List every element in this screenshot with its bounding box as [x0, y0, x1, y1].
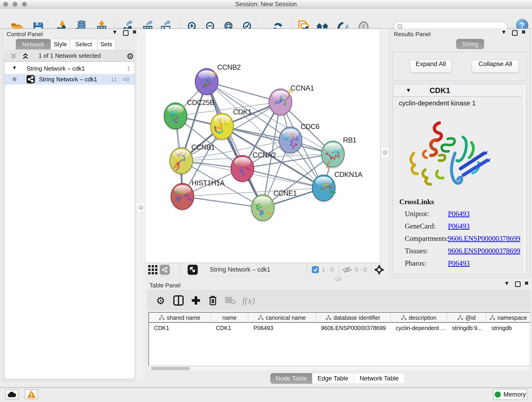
crosslink-pharos-link[interactable]: P06493 [448, 259, 470, 268]
node-label: CDC25B [187, 99, 214, 107]
node-label: RB1 [343, 136, 356, 144]
collection-count: 1 [127, 65, 130, 72]
crosslink-uniprot-link[interactable]: P06493 [448, 210, 470, 218]
table-toolbar: ⚙ f(x) [147, 290, 531, 310]
panel-menu-icon[interactable]: ▼ [110, 29, 119, 35]
gene-description: cyclin-dependent kinase 1 [399, 99, 476, 107]
table-row[interactable]: CDK1 CDK1 P06493 9606.ENSP00000378699 cy… [149, 323, 530, 333]
network-canvas[interactable]: CCNB2CCNA1CDC25BCDK1CDC6RB1CCNB1CCNA2CDK… [145, 29, 380, 263]
network-list-header: 1 of 1 Network selected ⚙ [4, 50, 135, 61]
gene-name: CDK1 [430, 86, 450, 95]
column-header[interactable]: description [391, 313, 447, 323]
panel-close-icon[interactable]: ✖ [522, 280, 531, 287]
left-splitter[interactable] [137, 29, 145, 381]
column-header[interactable]: shared name [149, 313, 211, 323]
tab-style[interactable]: Style [51, 39, 70, 50]
column-header[interactable]: name [211, 313, 249, 323]
network-collection-row[interactable]: ▼ String Network – cdk1 1 [5, 64, 135, 74]
column-header[interactable]: namespace [486, 313, 530, 323]
crosslink-row: GeneCard: P06493 [399, 222, 523, 235]
crosslink-genecard-link[interactable]: P06493 [448, 222, 470, 230]
function-builder-icon: f(x) [242, 294, 255, 307]
selected-checkbox-icon[interactable] [312, 266, 319, 273]
grid-view-icon[interactable] [148, 265, 158, 276]
fit-content-icon[interactable] [374, 265, 384, 276]
main-toolbar: ? [0, 8, 532, 29]
birdseye-view-icon[interactable] [188, 265, 198, 275]
table-options-gear-icon[interactable]: ⚙ [154, 294, 167, 307]
panel-close-icon[interactable]: ✖ [519, 29, 528, 35]
horizontal-scrollbar[interactable] [148, 366, 530, 371]
network-view-toolbar: String Network – cdk1 1 - 0 0 - 0 [145, 263, 380, 276]
crosslink-compartments-link[interactable]: 9606.ENSP00000378699 [448, 235, 520, 243]
protein-structure-image [403, 119, 492, 199]
delete-column-icon[interactable] [206, 294, 219, 307]
string-network-icon [27, 75, 35, 83]
gene-section-header[interactable]: ▼ CDK1 [393, 84, 522, 97]
crosslink-row: Pharos: P06493 [399, 259, 523, 272]
gear-icon[interactable]: ⚙ [127, 51, 134, 61]
network-selection-status: 1 of 1 Network selected [5, 50, 135, 61]
expand-all-button[interactable]: Expand All [410, 60, 452, 73]
tab-string[interactable]: String [456, 39, 484, 49]
node-label: CCNB2 [217, 63, 241, 71]
panel-menu-icon[interactable]: ▼ [502, 280, 511, 287]
warning-icon[interactable] [25, 390, 38, 399]
titlebar: Session: New Session [0, 0, 532, 8]
collapse-all-button[interactable]: Collapse All [472, 60, 519, 73]
table-header-row: shared name name canonical name database… [149, 313, 530, 323]
panel-float-icon[interactable] [121, 30, 130, 37]
zoom-window-button[interactable] [22, 2, 27, 7]
collapse-arrow-icon[interactable]: ▼ [12, 65, 17, 71]
node-table[interactable]: shared name name canonical name database… [148, 312, 530, 366]
column-header[interactable]: canonical name [248, 313, 316, 323]
tab-network[interactable]: Network [16, 39, 51, 50]
panel-menu-icon[interactable]: ▼ [499, 29, 508, 35]
node-label: CCNE1 [273, 189, 297, 197]
node-label: HIST1H1A [191, 179, 225, 187]
node-label: CDK1 [233, 108, 252, 116]
crosslink-row: Tissues: 9606.ENSP00000378699 [399, 247, 523, 259]
crosslink-row: Compartments: 9606.ENSP00000378699 [399, 235, 523, 247]
string-view-icon[interactable] [160, 265, 170, 275]
results-scrollbar[interactable] [522, 84, 526, 274]
tab-node-table[interactable]: Node Table [270, 373, 312, 384]
results-panel: Results Panel ▼ ✖ String Expand All Coll… [389, 29, 530, 277]
node-layer: CCNB2CCNA1CDC25BCDK1CDC6RB1CCNB1CCNA2CDK… [164, 63, 363, 222]
table-panel-title: Table Panel [149, 282, 181, 289]
tab-edge-table[interactable]: Edge Table [312, 373, 354, 384]
control-panel-title: Control Panel [7, 31, 43, 38]
hidden-eye-icon[interactable] [342, 266, 352, 274]
network-row[interactable]: String Network – cdk1 11 48 [5, 74, 135, 85]
node-label: CCNB1 [191, 143, 215, 151]
table-tabs: Node Table Edge Table Network Table [270, 373, 405, 384]
memory-status-dot [495, 391, 501, 398]
right-splitter[interactable] [380, 29, 389, 277]
panel-float-icon[interactable] [510, 30, 519, 37]
panel-float-icon[interactable] [513, 281, 522, 288]
table-panel: Table Panel ▼ ✖ ⚙ f(x) shared name name … [144, 280, 532, 386]
results-content: ▼ CDK1 cyclin-dependent kinase 1 [393, 84, 527, 274]
cloud-icon[interactable] [5, 390, 19, 399]
results-controls: Expand All Collapse All [393, 52, 527, 81]
network-tree: ▼ String Network – cdk1 1 String Network… [4, 61, 135, 379]
collection-label: String Network – cdk1 [27, 65, 85, 72]
crosslinks-title: CrossLinks [399, 198, 523, 206]
memory-button[interactable]: Memory [493, 389, 527, 400]
column-header[interactable]: @id [447, 313, 487, 323]
add-column-icon[interactable] [190, 294, 202, 307]
column-header[interactable]: database identifier [316, 313, 391, 323]
split-table-icon[interactable] [172, 294, 185, 307]
close-window-button[interactable] [3, 2, 8, 7]
results-panel-title: Results Panel [394, 31, 431, 38]
crosslink-tissues-link[interactable]: 9606.ENSP00000378699 [448, 247, 520, 255]
hidden-counts: 0 - 0 [355, 266, 367, 273]
collapse-arrow-icon[interactable]: ▼ [406, 87, 411, 94]
tab-network-table[interactable]: Network Table [354, 373, 405, 384]
tab-sets[interactable]: Sets [97, 39, 115, 50]
selected-counts: 1 - 0 [322, 266, 334, 273]
tab-select[interactable]: Select [70, 39, 97, 50]
minimize-window-button[interactable] [13, 2, 17, 7]
node-count: 11 [111, 76, 117, 83]
network-label: String Network – cdk1 [39, 76, 97, 83]
